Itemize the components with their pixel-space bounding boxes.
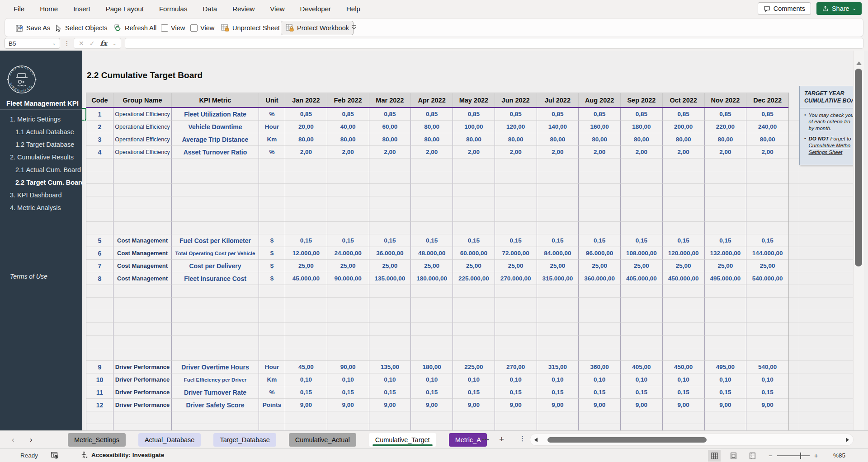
cell-empty[interactable]	[746, 171, 788, 184]
cell-empty[interactable]	[621, 285, 663, 298]
cell-empty[interactable]	[663, 310, 705, 323]
cell-kpi-metric[interactable]: Driver Turnover Rate	[172, 386, 259, 399]
cell-empty[interactable]	[746, 323, 788, 336]
cell-value[interactable]: 220,00	[705, 121, 747, 133]
cell-empty[interactable]	[172, 348, 259, 361]
cell-empty[interactable]	[537, 184, 579, 196]
cell-empty[interactable]	[537, 310, 579, 323]
cell-group-name[interactable]: Driver Performance	[113, 373, 172, 386]
cell-value[interactable]: 9,00	[495, 399, 537, 411]
cell-empty[interactable]	[746, 298, 788, 310]
cell-kpi-metric[interactable]: Fuel Cost per Kilometer	[172, 234, 259, 247]
cell-code[interactable]: 1	[86, 108, 113, 121]
cell-empty[interactable]	[746, 159, 788, 171]
cell-empty[interactable]	[746, 222, 788, 234]
cell-empty[interactable]	[327, 298, 369, 310]
cell-unit[interactable]: %	[259, 108, 285, 121]
menu-item-review[interactable]: Review	[232, 5, 255, 13]
cell-unit[interactable]: $	[259, 247, 285, 260]
cell-value[interactable]: 9,00	[369, 399, 411, 411]
sheet-tab-target_database[interactable]: Target_Database	[213, 433, 276, 447]
cell-empty[interactable]	[621, 184, 663, 196]
cell-value[interactable]: 0,15	[537, 234, 579, 247]
cell-value[interactable]: 80,00	[663, 133, 705, 146]
cell-value[interactable]: 80,00	[369, 133, 411, 146]
cell-value[interactable]: 0,85	[579, 108, 621, 121]
cell-empty[interactable]	[453, 209, 495, 222]
cell-code[interactable]: 6	[86, 247, 113, 260]
cell-empty[interactable]	[86, 159, 113, 171]
cell-value[interactable]: 36.000,00	[369, 247, 411, 260]
sheet-tab-actual_database[interactable]: Actual_Database	[138, 433, 201, 447]
cell-value[interactable]: 0,10	[537, 373, 579, 386]
menu-item-developer[interactable]: Developer	[300, 5, 331, 13]
cell-empty[interactable]	[285, 209, 327, 222]
cell-value[interactable]: 0,10	[369, 373, 411, 386]
cell-value[interactable]: 495.000,00	[705, 272, 747, 285]
cell-empty[interactable]	[86, 323, 113, 336]
cell-empty[interactable]	[369, 209, 411, 222]
cell-empty[interactable]	[495, 222, 537, 234]
enter-icon[interactable]: ✓	[90, 40, 95, 47]
cell-empty[interactable]	[259, 336, 285, 348]
horizontal-scrollbar-thumb[interactable]	[547, 437, 707, 443]
cell-value[interactable]: 315.000,00	[537, 272, 579, 285]
cell-empty[interactable]	[327, 222, 369, 234]
menu-item-help[interactable]: Help	[346, 5, 360, 13]
cell-value[interactable]: 450,00	[663, 361, 705, 373]
cell-value[interactable]: 495,00	[705, 361, 747, 373]
cell-empty[interactable]	[705, 209, 747, 222]
menu-item-view[interactable]: View	[270, 5, 284, 13]
cell-empty[interactable]	[285, 222, 327, 234]
cell-empty[interactable]	[453, 336, 495, 348]
tab-options-icon[interactable]: ⋮	[519, 434, 526, 443]
menu-item-file[interactable]: File	[14, 5, 24, 13]
cell-value[interactable]: 2,00	[746, 146, 788, 159]
view-checkbox-2[interactable]: View	[190, 21, 214, 35]
cell-empty[interactable]	[327, 184, 369, 196]
cell-empty[interactable]	[495, 159, 537, 171]
cell-value[interactable]: 25,00	[453, 260, 495, 272]
cell-value[interactable]: 80,00	[621, 133, 663, 146]
unprotect-sheet-button[interactable]: Unprotect Sheet	[221, 21, 280, 35]
cell-empty[interactable]	[453, 348, 495, 361]
cell-empty[interactable]	[327, 196, 369, 209]
cell-value[interactable]: 80,00	[746, 133, 788, 146]
cell-group-name[interactable]: Operational Efficiency	[113, 108, 172, 121]
cell-empty[interactable]	[579, 348, 621, 361]
cell-code[interactable]: 5	[86, 234, 113, 247]
cell-value[interactable]: 405.000,00	[621, 272, 663, 285]
comments-button[interactable]: Comments	[758, 2, 811, 15]
cell-empty[interactable]	[113, 336, 172, 348]
cell-empty[interactable]	[172, 171, 259, 184]
cell-empty[interactable]	[495, 411, 537, 424]
cell-empty[interactable]	[537, 336, 579, 348]
cell-empty[interactable]	[621, 336, 663, 348]
cell-empty[interactable]	[172, 298, 259, 310]
cell-value[interactable]: 72.000,00	[495, 247, 537, 260]
checkbox-icon[interactable]	[161, 24, 168, 32]
cell-value[interactable]: 0,15	[495, 234, 537, 247]
insert-function-icon[interactable]: fx	[100, 39, 107, 47]
cell-empty[interactable]	[369, 323, 411, 336]
cell-value[interactable]: 0,15	[705, 234, 747, 247]
cell-value[interactable]: 25,00	[327, 260, 369, 272]
cell-value[interactable]: 225,00	[453, 361, 495, 373]
cell-empty[interactable]	[327, 348, 369, 361]
cell-empty[interactable]	[327, 285, 369, 298]
cell-empty[interactable]	[411, 159, 453, 171]
cell-value[interactable]: 9,00	[621, 399, 663, 411]
cell-empty[interactable]	[369, 171, 411, 184]
cell-selection[interactable]	[82, 108, 86, 121]
cell-empty[interactable]	[705, 298, 747, 310]
cell-empty[interactable]	[495, 298, 537, 310]
cell-value[interactable]: 48.000,00	[411, 247, 453, 260]
cell-value[interactable]: 225.000,00	[453, 272, 495, 285]
cell-value[interactable]: 2,00	[327, 146, 369, 159]
cell-empty[interactable]	[621, 171, 663, 184]
cell-value[interactable]: 0,85	[453, 108, 495, 121]
cell-code[interactable]: 8	[86, 272, 113, 285]
refresh-all-button[interactable]: Refresh All	[113, 21, 156, 35]
cell-value[interactable]: 270.000,00	[495, 272, 537, 285]
cell-empty[interactable]	[621, 411, 663, 424]
